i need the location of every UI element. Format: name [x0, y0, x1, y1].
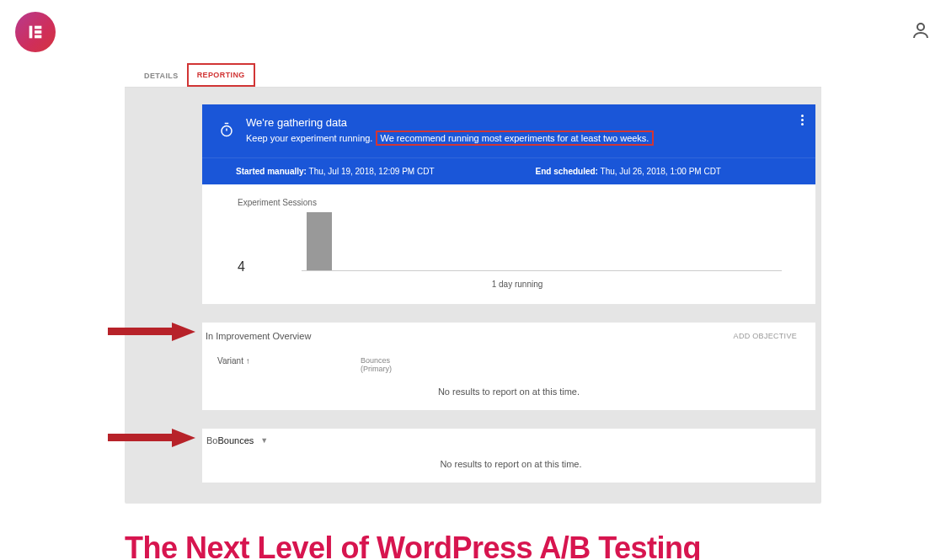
svg-rect-1 — [35, 26, 41, 29]
optimize-report-screenshot: DETAILS REPORTING We're gathering data K… — [125, 64, 821, 504]
sessions-label: Experiment Sessions — [238, 198, 797, 207]
chart-axis — [302, 270, 782, 271]
svg-rect-3 — [35, 35, 41, 39]
report-tabs: DETAILS REPORTING — [125, 64, 821, 88]
banner-title: We're gathering data — [246, 116, 654, 129]
end-value: Thu, Jul 26, 2018, 1:00 PM CDT — [601, 167, 721, 176]
svg-rect-0 — [29, 26, 33, 39]
user-account-icon[interactable] — [911, 20, 931, 44]
overview-no-results: No results to report on at this time. — [202, 373, 815, 410]
tab-details[interactable]: DETAILS — [136, 64, 187, 88]
end-label: End scheduled: — [536, 167, 598, 176]
sessions-value: 4 — [238, 259, 302, 275]
schedule-row: Started manually: Thu, Jul 19, 2018, 12:… — [202, 157, 815, 184]
sort-asc-icon: ↑ — [246, 356, 250, 365]
running-label: 1 day running — [238, 275, 797, 296]
overview-title: Improvement Overview — [216, 331, 311, 341]
banner-recommend: We recommend running most experiments fo… — [376, 131, 655, 146]
col-primary: (Primary) — [361, 365, 392, 373]
col-bounces[interactable]: Bounces — [361, 356, 392, 365]
bounces-dropdown[interactable]: Bounces — [217, 435, 254, 445]
svg-rect-2 — [35, 30, 41, 34]
chart-bar — [307, 212, 332, 271]
banner-keep: Keep your experiment running. — [246, 133, 372, 143]
gathering-banner: We're gathering data Keep your experimen… — [202, 104, 815, 157]
bounces-no-results: No results to report on at this time. — [206, 445, 815, 483]
more-menu-icon[interactable] — [801, 115, 804, 125]
sessions-chart — [302, 212, 797, 275]
improvement-card: In Improvement Overview ADD OBJECTIVE Va… — [202, 323, 815, 410]
elementor-logo-icon — [26, 23, 45, 41]
article-heading: The Next Level of WordPress A/B Testing — [0, 504, 946, 560]
bounces-prefix: Bo — [206, 435, 217, 445]
start-value: Thu, Jul 19, 2018, 12:09 PM CDT — [309, 167, 435, 176]
add-objective-button[interactable]: ADD OBJECTIVE — [734, 332, 797, 340]
stopwatch-icon — [219, 122, 234, 141]
tab-reporting[interactable]: REPORTING — [187, 63, 255, 87]
col-variant[interactable]: Variant — [217, 356, 243, 365]
sessions-card: We're gathering data Keep your experimen… — [202, 104, 815, 304]
bounces-card: BoBounces ▼ No results to report on at t… — [202, 429, 815, 483]
start-label: Started manually: — [236, 167, 307, 176]
chevron-down-icon[interactable]: ▼ — [260, 436, 268, 445]
svg-point-4 — [917, 24, 924, 30]
elementor-logo[interactable] — [15, 12, 56, 52]
top-navbar — [0, 0, 946, 64]
